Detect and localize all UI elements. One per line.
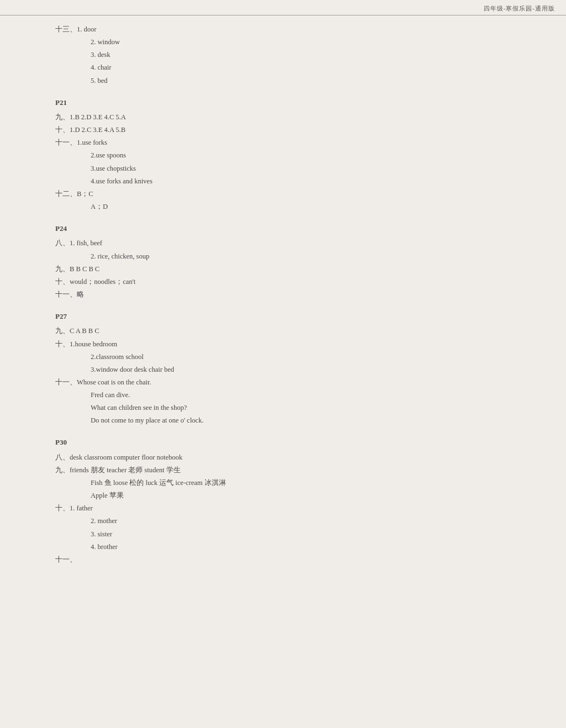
p30-9-label: 九、friends 朋友 teacher 老师 student 学生 xyxy=(55,464,533,477)
p27-10-label: 十、1.house bedroom xyxy=(55,338,533,351)
p24-10-line: 十、would；noodles；can't xyxy=(55,276,533,288)
content-area: 十三、1. door 2. window 3. desk 4. chair 5.… xyxy=(0,21,566,586)
p27-11-2: Fred can dive. xyxy=(55,389,533,402)
p27-10-3: 3.window door desk chair bed xyxy=(55,363,533,376)
page-number-p27: P27 xyxy=(55,310,533,323)
line-13-2: 2. window xyxy=(55,36,533,49)
p30-10-2: 2. mother xyxy=(55,515,533,527)
p30-10-label: 十、1. father xyxy=(55,502,533,515)
p30-block: P30 八、desk classroom computer floor note… xyxy=(55,436,533,566)
line-13-4: 4. chair xyxy=(55,61,533,74)
p21-block: P21 九、1.B 2.D 3.E 4.C 5.A 十、1.D 2.C 3.E … xyxy=(55,96,533,213)
header-bar: 四年级-寒假乐园-通用版 xyxy=(0,0,566,15)
p30-10-3: 3. sister xyxy=(55,528,533,541)
p30-8-line: 八、desk classroom computer floor notebook xyxy=(55,451,533,464)
p21-11-4: 4.use forks and knives xyxy=(55,175,533,188)
p30-11-label: 十一、 xyxy=(55,553,533,566)
p30-9-2: Fish 鱼 loose 松的 luck 运气 ice-cream 冰淇淋 xyxy=(55,477,533,489)
p24-8-label: 八、1. fish, beef xyxy=(55,237,533,250)
page-container: 四年级-寒假乐园-通用版 十三、1. door 2. window 3. des… xyxy=(0,0,566,728)
p27-11-label: 十一、Whose coat is on the chair. xyxy=(55,376,533,389)
page-number-p30: P30 xyxy=(55,436,533,449)
p21-9-line: 九、1.B 2.D 3.E 4.C 5.A xyxy=(55,111,533,124)
p27-block: P27 九、C A B B C 十、1.house bedroom 2.clas… xyxy=(55,310,533,427)
page-number-p21: P21 xyxy=(55,96,533,109)
p21-10-line: 十、1.D 2.C 3.E 4.A 5.B xyxy=(55,124,533,136)
p21-11-3: 3.use chopsticks xyxy=(55,162,533,175)
p27-9-line: 九、C A B B C xyxy=(55,325,533,337)
p21-12-2: A；D xyxy=(55,201,533,213)
page-number-p24: P24 xyxy=(55,222,533,235)
p24-9-line: 九、B B C B C xyxy=(55,263,533,276)
p24-11-line: 十一、略 xyxy=(55,288,533,301)
header-title: 四年级-寒假乐园-通用版 xyxy=(484,4,555,13)
p27-11-4: Do not come to my place at one o' clock. xyxy=(55,414,533,427)
p24-8-2: 2. rice, chicken, soup xyxy=(55,250,533,263)
p21-11-2: 2.use spoons xyxy=(55,149,533,162)
p24-block: P24 八、1. fish, beef 2. rice, chicken, so… xyxy=(55,222,533,301)
line-13-3: 3. desk xyxy=(55,49,533,61)
p21-12-label: 十二、B；C xyxy=(55,188,533,201)
p27-11-3: What can children see in the shop? xyxy=(55,402,533,414)
p30-10-4: 4. brother xyxy=(55,541,533,553)
line-13-5: 5. bed xyxy=(55,75,533,87)
p27-10-2: 2.classroom school xyxy=(55,351,533,363)
p30-9-3: Apple 苹果 xyxy=(55,489,533,502)
section-13: 十三、1. door 2. window 3. desk 4. chair 5.… xyxy=(55,23,533,87)
p21-11-label: 十一、1.use forks xyxy=(55,136,533,149)
section-13-label: 十三、1. door xyxy=(55,23,533,36)
